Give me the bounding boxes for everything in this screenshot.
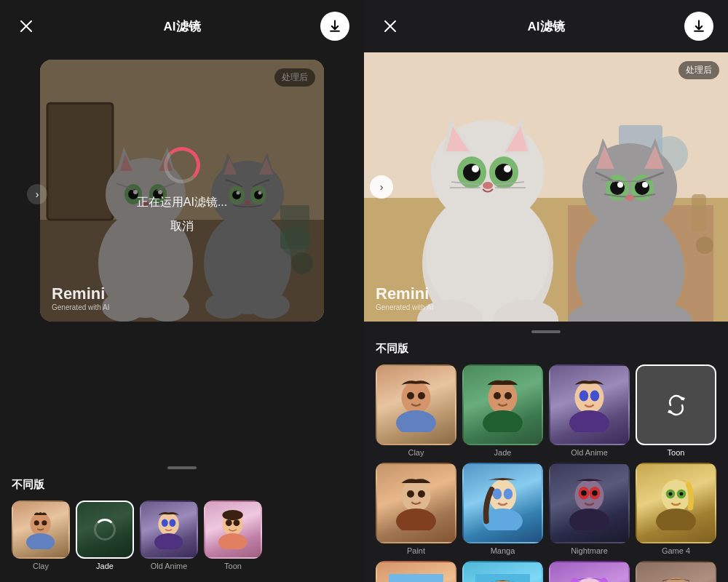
left-filter-toon[interactable]: Toon [204,501,262,570]
right-image-area: 处理后 Remini Generated with AI › [364,52,728,322]
right-arrow-button[interactable]: › [370,175,393,199]
left-arrow-button[interactable]: › [27,184,47,204]
svg-point-131 [669,493,673,496]
svg-point-91 [617,182,623,188]
svg-point-125 [581,490,586,495]
svg-point-74 [483,182,493,189]
svg-point-106 [505,392,512,399]
svg-point-128 [656,509,696,530]
right-filter-label-clay: Clay [408,448,424,457]
game-face [637,562,715,582]
right-filter-thumb-anime [549,561,630,582]
left-filter-jade[interactable]: Jade [76,501,134,570]
left-header-title: AI滤镜 [164,18,201,35]
svg-point-44 [159,513,179,536]
left-brand-sub: Generated with AI [52,303,110,311]
left-section-label: 不同版 [12,478,352,492]
svg-point-113 [402,479,431,512]
svg-point-119 [493,489,502,500]
right-filter-thumb-manga [462,463,543,543]
right-processed-badge: 处理后 [678,61,719,79]
svg-point-98 [696,236,713,254]
left-image-area: 处理后 正在运用AI滤镜... 取消 Remini Generated with… [40,60,324,322]
oldanime-face [550,366,628,444]
paint-face [377,464,455,542]
svg-point-41 [26,533,55,549]
svg-point-51 [234,520,240,527]
svg-point-73 [504,165,511,172]
loading-spinner [164,147,200,183]
clay-face [377,366,455,444]
oldanime-person [141,502,197,557]
right-filter-thumb-oldanime [549,364,630,445]
right-filter-jade[interactable]: Jade [462,364,543,457]
right-filter-label-toon: Toon [668,448,685,457]
left-bottom-section: 不同版 Clay [0,458,364,582]
right-filter-paint[interactable]: Paint [376,463,456,555]
cancel-button[interactable]: 取消 [170,219,194,234]
right-filter-toon[interactable]: Toon [636,364,716,457]
right-filter-label-game4: Game 4 [662,546,690,555]
right-brand-name: Remini [376,284,434,303]
right-header: AI滤镜 [364,0,728,52]
svg-point-90 [635,180,649,195]
right-filter-game4[interactable]: Game 4 [636,463,716,555]
svg-point-114 [396,509,436,530]
left-brand-name: Remini [52,284,110,303]
nightmare-face [550,464,628,542]
loading-overlay: 正在运用AI滤镜... 取消 [40,60,324,322]
svg-point-116 [418,490,425,498]
svg-point-120 [504,489,513,500]
right-filter-nightmare[interactable]: Nightmare [549,463,630,555]
right-filter-miami[interactable]: Miami [462,561,543,582]
right-filter-clay[interactable]: Clay [376,364,456,457]
svg-point-109 [579,391,588,402]
svg-point-110 [590,391,599,402]
right-filter-thumb-paint [376,463,456,543]
left-filter-clay[interactable]: Clay [12,501,70,570]
right-bottom-section: 不同版 Clay [364,322,728,582]
left-watermark: Remini Generated with AI [52,284,110,311]
right-brand-sub: Generated with AI [376,303,434,311]
right-filter-label-oldanime: Old Anime [571,448,608,457]
right-scroll-indicator [531,330,561,333]
right-filter-game[interactable]: Game [636,561,716,582]
right-section-label: 不同版 [376,342,716,356]
svg-point-45 [154,533,183,549]
right-filter-thumb-losangeles [376,561,456,582]
left-filter-oldanime[interactable]: Old Anime [140,501,198,570]
right-filter-oldanime[interactable]: Old Anime [549,364,630,457]
right-filter-label-manga: Manga [491,546,515,555]
right-filter-label-nightmare: Nightmare [571,546,608,555]
right-filter-thumb-toon [636,364,716,445]
right-filter-manga[interactable]: Manga [462,463,543,555]
svg-point-99 [402,381,431,414]
right-panel: AI滤镜 [364,0,728,582]
losangeles-face [377,562,455,582]
svg-point-105 [494,392,501,399]
toon-person [205,502,261,557]
svg-point-72 [472,165,479,172]
svg-point-132 [679,493,683,496]
right-filter-thumb-miami [462,561,543,582]
right-filter-losangeles[interactable]: Los Angeles [376,561,456,582]
right-close-button[interactable] [379,15,402,38]
right-filter-anime[interactable]: Anime [549,561,630,582]
svg-point-40 [31,513,51,536]
svg-point-89 [610,180,625,195]
right-cat-image [364,52,728,322]
svg-rect-134 [389,574,443,582]
jade-loading [77,502,132,557]
svg-point-107 [575,381,604,414]
left-filter-grid: Clay Jade [12,501,352,570]
jade-face [464,366,542,444]
svg-point-42 [34,521,39,526]
left-close-button[interactable] [15,15,38,38]
svg-point-115 [407,490,414,498]
right-filter-label-paint: Paint [407,546,425,555]
left-download-button[interactable] [320,12,349,41]
right-download-button[interactable] [684,12,713,41]
left-filter-label-clay: Clay [33,562,49,570]
svg-point-43 [42,521,47,526]
right-header-title: AI滤镜 [528,18,565,35]
